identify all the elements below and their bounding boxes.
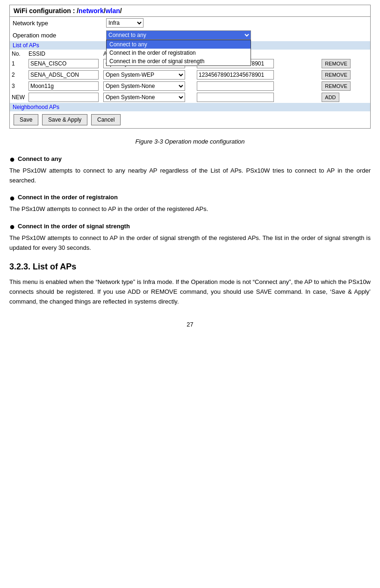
bullet-connect-signal: ● Connect in the order of signal strengt… [9,222,371,232]
operation-mode-row: Operation mode Connect to any Connect in… [10,29,370,41]
bullet-connect-registration-label: Connect in the order of registraion [18,193,118,203]
wifi-config-title: WiFi configuration : /network/wlan/ [10,5,370,17]
row3-essid-input[interactable] [29,81,99,91]
operation-mode-dropdown-container: Connect to any Connect in the order of r… [106,30,251,40]
row3-no: 3 [10,80,27,92]
row2-essid-input[interactable] [29,70,99,80]
new-essid-input[interactable] [29,93,99,102]
figure-caption: Figure 3-3 Operation mode configuration [9,138,371,145]
neighborhood-aps-header: Neighborhood APs [10,103,370,111]
config-main-table: Network type Infra Operation mode Connec… [10,17,370,41]
connect-any-text: The PSx10W attempts to connect to any ne… [9,166,371,186]
row2-key-cell [195,69,320,80]
row2-key-input[interactable] [197,70,274,80]
row2-auth-cell: Open System-WEP [101,69,195,80]
network-type-select[interactable]: Infra [106,18,143,28]
neighborhood-aps-label: Neighborhood APs [13,104,59,110]
title-text: WiFi configuration [14,7,71,15]
bullet-dot-3: ● [9,222,15,231]
op-mode-dropdown-open: Connect to any Connect in the order of r… [106,40,251,66]
row1-no: 1 [10,58,27,69]
operation-mode-select[interactable]: Connect to any Connect in the order of r… [106,30,251,40]
col-action [320,50,370,58]
operation-mode-value-cell: Connect to any Connect in the order of r… [103,29,370,41]
buttons-row: Save Save & Apply Cancel [10,111,370,128]
save-button[interactable]: Save [14,114,38,125]
row1-action-cell: REMOVE [320,58,370,69]
new-label: NEW [10,92,27,103]
row3-remove-button[interactable]: REMOVE [322,81,351,91]
table-row: 3 Open System-None REMOVE [10,80,370,92]
op-option-order-registration[interactable]: Connect in the order of registration [107,49,251,57]
operation-mode-label: Operation mode [10,29,103,41]
section-323-body: This menu is enabled when the “Network t… [9,277,371,306]
breadcrumb-network[interactable]: network [79,7,104,15]
connect-signal-text: The PSx10W attempts to connect to AP in … [9,233,371,253]
new-ap-row: NEW Open System-None ADD [10,92,370,103]
op-option-order-signal[interactable]: Connect in the order of signal strength [107,57,251,65]
wifi-config-panel: WiFi configuration : /network/wlan/ Netw… [9,5,371,129]
network-type-row: Network type Infra [10,17,370,29]
bullet-connect-any-label: Connect to any [18,154,62,164]
row1-remove-button[interactable]: REMOVE [322,59,351,68]
new-essid-cell [27,92,101,103]
col-essid: ESSID [27,50,101,58]
connect-registration-text: The PSx10W attempts to connect to AP in … [9,204,371,214]
row3-action-cell: REMOVE [320,80,370,92]
cancel-button[interactable]: Cancel [91,114,121,125]
page-number: 27 [9,321,371,328]
row3-auth-cell: Open System-None [101,80,195,92]
col-no: No. [10,50,27,58]
new-add-cell: ADD [320,92,370,103]
row1-essid-input[interactable] [29,59,99,68]
bullet-connect-registration: ● Connect in the order of registraion [9,193,371,203]
row3-essid-cell [27,80,101,92]
bullet-connect-any: ● Connect to any [9,154,371,164]
row3-key-input[interactable] [197,81,274,91]
network-type-value-cell: Infra [103,17,370,29]
section-connect-registration: ● Connect in the order of registraion Th… [9,193,371,214]
row2-remove-button[interactable]: REMOVE [322,70,351,80]
add-button[interactable]: ADD [322,93,339,102]
row2-auth-select[interactable]: Open System-WEP [103,70,185,80]
breadcrumb-wlan[interactable]: wlan [106,7,120,15]
row3-auth-select[interactable]: Open System-None [103,81,185,91]
row2-action-cell: REMOVE [320,69,370,80]
bullet-connect-signal-label: Connect in the order of signal strength [18,222,130,232]
section-323-heading: 3.2.3. List of APs [9,262,371,272]
row1-essid-cell [27,58,101,69]
row2-essid-cell [27,69,101,80]
op-option-connect-any[interactable]: Connect to any [107,40,251,49]
bullet-dot-1: ● [9,154,15,164]
new-key-cell [195,92,320,103]
save-apply-button[interactable]: Save & Apply [42,114,87,125]
bullet-dot-2: ● [9,193,15,203]
table-row: 2 Open System-WEP REMOVE [10,69,370,80]
new-auth-cell: Open System-None [101,92,195,103]
row3-key-cell [195,80,320,92]
row2-no: 2 [10,69,27,80]
new-key-input[interactable] [197,93,274,102]
network-type-label: Network type [10,17,103,29]
breadcrumb: : /network/wlan/ [73,7,122,15]
section-connect-any: ● Connect to any The PSx10W attempts to … [9,154,371,185]
list-of-aps-label: List of APs [13,42,39,49]
new-auth-select[interactable]: Open System-None [103,93,185,102]
section-connect-signal: ● Connect in the order of signal strengt… [9,222,371,253]
